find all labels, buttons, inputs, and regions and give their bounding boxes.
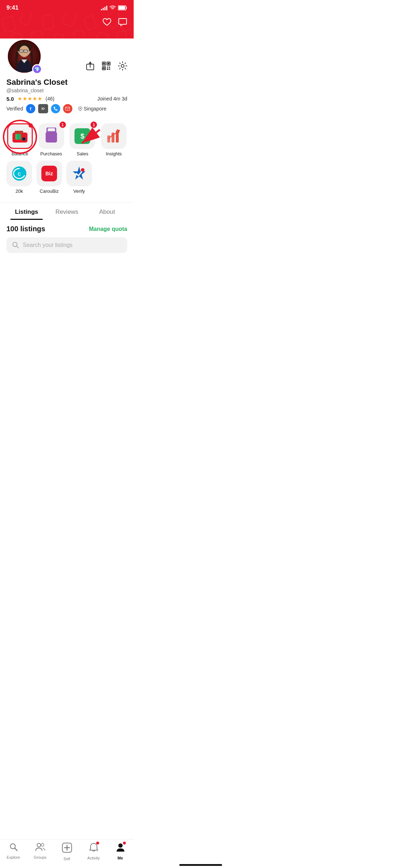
svg-rect-19 xyxy=(20,50,23,52)
20k-label: 20k xyxy=(16,188,23,194)
verify-button[interactable]: Verify xyxy=(66,161,92,194)
svg-point-52 xyxy=(81,168,84,172)
action-grid: Balance 1 Purchases 1 $ Sales xyxy=(0,119,134,200)
sales-label: Sales xyxy=(77,151,88,156)
balance-icon-wrap xyxy=(7,123,33,149)
profile-handle: @sabrina_closet xyxy=(6,88,127,93)
battery-icon xyxy=(118,5,127,10)
sales-icon: $ xyxy=(74,128,90,144)
joined-text: Joined 4m 3d xyxy=(97,96,127,102)
stars: ★★★★★ xyxy=(17,95,42,102)
purchases-icon-wrap: 1 xyxy=(38,123,64,149)
location-text: Singapore xyxy=(84,106,107,112)
svg-point-36 xyxy=(121,64,124,67)
tab-listings[interactable]: Listings xyxy=(6,203,47,220)
insights-icon xyxy=(106,128,122,144)
svg-rect-4 xyxy=(42,15,54,30)
verify-icon xyxy=(71,166,87,181)
listings-count: 100 listings xyxy=(6,225,45,233)
location-icon xyxy=(78,106,82,111)
heart-button[interactable] xyxy=(102,18,112,29)
svg-rect-3 xyxy=(20,14,32,25)
profile-meta: 5.0 ★★★★★ (46) Joined 4m 3d xyxy=(6,95,127,102)
signal-icon xyxy=(101,5,107,10)
svg-rect-32 xyxy=(107,67,108,68)
verified-row: Verified f ID Singapore xyxy=(6,104,127,113)
svg-point-38 xyxy=(79,108,81,109)
caroubiz-button[interactable]: Biz CarouBiz xyxy=(36,161,62,194)
profile-name: Sabrina's Closet xyxy=(6,78,127,87)
verified-label: Verified xyxy=(6,106,23,112)
gem-badge: 💎 xyxy=(32,64,42,74)
insights-button[interactable]: Insights xyxy=(100,123,127,156)
sales-badge: 1 xyxy=(91,122,97,128)
email-badge xyxy=(63,104,72,113)
svg-rect-31 xyxy=(103,67,105,69)
wallet-icon xyxy=(12,129,28,143)
review-count: (46) xyxy=(46,96,55,102)
rating-score: 5.0 xyxy=(6,96,14,102)
svg-rect-47 xyxy=(107,135,110,143)
caroubiz-label: CarouBiz xyxy=(40,188,58,194)
svg-rect-42 xyxy=(15,131,23,134)
svg-rect-29 xyxy=(108,63,109,64)
20k-icon-wrap: C xyxy=(6,161,32,186)
profile-section: 💎 xyxy=(0,38,134,119)
wifi-icon xyxy=(109,5,116,10)
qr-button[interactable] xyxy=(102,61,111,73)
action-row-2: C 20k Biz CarouBiz xyxy=(6,161,127,194)
banner-actions xyxy=(102,18,127,29)
search-placeholder: Search your listings xyxy=(23,242,73,248)
status-time: 9:41 xyxy=(6,4,19,11)
status-bar: 9:41 xyxy=(0,0,134,14)
sales-button[interactable]: 1 $ Sales xyxy=(69,123,96,156)
svg-rect-35 xyxy=(109,68,110,70)
tabs-section: Listings Reviews About xyxy=(0,202,134,220)
share-button[interactable] xyxy=(86,61,94,73)
svg-point-45 xyxy=(22,137,26,141)
action-row-1: Balance 1 Purchases 1 $ Sales xyxy=(6,123,127,156)
avatar-wrap: 💎 xyxy=(6,38,42,74)
avatar-row: 💎 xyxy=(6,38,127,74)
tab-reviews[interactable]: Reviews xyxy=(47,203,87,220)
svg-rect-46 xyxy=(46,132,57,143)
tab-about[interactable]: About xyxy=(87,203,127,220)
svg-rect-34 xyxy=(107,68,108,70)
settings-button[interactable] xyxy=(118,61,127,73)
facebook-badge: f xyxy=(26,104,35,113)
insights-icon-wrap xyxy=(101,123,127,149)
bag-icon xyxy=(44,128,58,145)
sales-icon-wrap: 1 $ xyxy=(70,123,95,149)
balance-button[interactable]: Balance xyxy=(6,123,34,156)
svg-rect-1 xyxy=(119,6,125,10)
manage-quota-button[interactable]: Manage quota xyxy=(89,226,127,232)
chat-button[interactable] xyxy=(118,18,127,29)
svg-rect-2 xyxy=(2,16,16,32)
purchases-button[interactable]: 1 Purchases xyxy=(38,123,65,156)
location-row: Singapore xyxy=(78,106,107,112)
caroubiz-icon: Biz xyxy=(41,166,57,181)
profile-action-icons xyxy=(86,61,127,74)
phone-badge xyxy=(51,104,60,113)
20k-icon: C xyxy=(11,166,27,181)
verify-label: Verify xyxy=(73,188,85,194)
purchases-badge: 1 xyxy=(60,122,66,128)
20k-button[interactable]: C 20k xyxy=(6,161,32,194)
balance-label: Balance xyxy=(11,151,28,156)
search-bar[interactable]: Search your listings xyxy=(6,237,127,253)
status-icons xyxy=(101,5,127,10)
svg-rect-44 xyxy=(17,134,21,140)
svg-rect-5 xyxy=(62,14,78,27)
svg-point-53 xyxy=(13,242,17,247)
balance-dot-badge xyxy=(29,123,33,128)
svg-line-54 xyxy=(17,246,19,248)
svg-text:C: C xyxy=(18,172,21,177)
listings-section: 100 listings Manage quota Search your li… xyxy=(0,220,134,253)
verify-icon-wrap xyxy=(66,161,92,186)
listings-header: 100 listings Manage quota xyxy=(6,225,127,233)
svg-rect-33 xyxy=(109,67,110,68)
caroubiz-icon-wrap: Biz xyxy=(36,161,62,186)
purchases-label: Purchases xyxy=(40,151,62,156)
id-badge: ID xyxy=(38,104,48,113)
svg-rect-6 xyxy=(84,15,97,31)
